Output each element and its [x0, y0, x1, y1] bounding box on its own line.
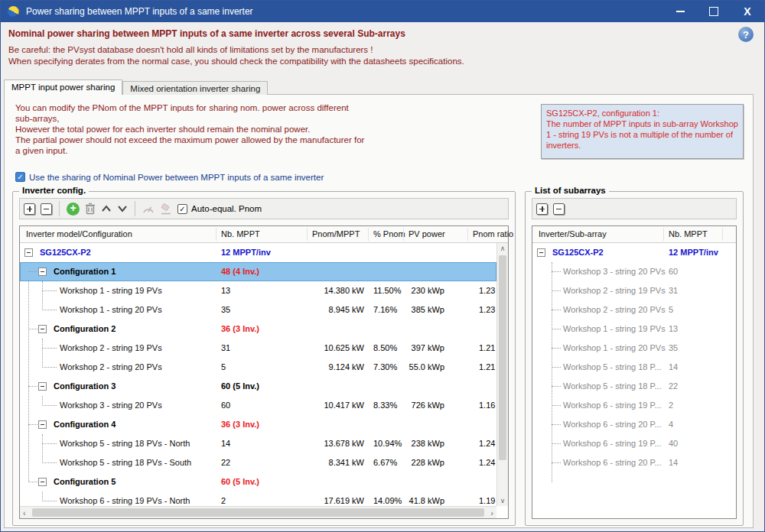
collapse-all-button[interactable] — [553, 203, 565, 215]
titlebar: Power sharing between MPPT inputs of a s… — [1, 1, 764, 22]
subarrays-tree: SG125CX-P2 12 MPPT/inv Workshop 3 - stri… — [532, 243, 736, 518]
subarray-list-item[interactable]: Workshop 3 - string 20 PVs 60 — [532, 262, 736, 281]
maximize-button[interactable] — [697, 1, 731, 22]
delete-button[interactable] — [85, 203, 96, 215]
scroll-down-icon[interactable]: ∨ — [497, 497, 508, 504]
use-sharing-label: Use the sharing of Nominal Power between… — [29, 173, 324, 182]
inverter-config-group: Inverter config. + ✓ Auto-equal. Pnom — [12, 191, 516, 526]
tree-row-configuration-1[interactable]: Configuration 1 48 (4 Inv.) — [20, 262, 496, 281]
expand-all-button[interactable] — [536, 203, 548, 215]
subarray-list-item[interactable]: Workshop 6 - string 20 P... 14 — [532, 453, 736, 472]
scroll-left-icon[interactable]: ‹ — [23, 508, 26, 517]
horizontal-scrollbar[interactable]: ‹ › — [20, 506, 496, 518]
eraser-button[interactable] — [160, 203, 172, 215]
collapse-icon[interactable] — [38, 478, 47, 486]
tab-page: You can modify the PNom of the MPPT inpu… — [4, 94, 754, 528]
subarray-list-item[interactable]: Workshop 2 - string 20 PVs 5 — [532, 300, 736, 320]
tree-row-subarray[interactable]: Workshop 2 - string 20 PVs 5 9.124 kW 7.… — [20, 358, 496, 377]
inverter-config-toolbar: + ✓ Auto-equal. Pnom — [19, 198, 509, 219]
minimize-button[interactable] — [663, 1, 697, 22]
subarrays-table-header: Inverter/Sub-array Nb. MPPT — [532, 226, 736, 243]
power-sharing-dialog: Power sharing between MPPT inputs of a s… — [0, 0, 765, 532]
subarray-list-item[interactable]: Workshop 5 - string 18 P... 22 — [532, 377, 736, 396]
vertical-scrollbar[interactable]: ∧ ∨ — [496, 243, 508, 506]
col-inverter-model: Inverter model/Configuration — [26, 229, 132, 238]
col-pnom-mppt: Pnom/MPPT — [312, 229, 360, 238]
subarray-list-item[interactable]: Workshop 6 - string 19 P... 2 — [532, 396, 736, 415]
warning-line-1: Be careful: the PVsyst database doesn't … — [8, 44, 697, 56]
window-title: Power sharing between MPPT inputs of a s… — [26, 6, 253, 17]
inverter-config-table-header: Inverter model/Configuration Nb. MPPT Pn… — [20, 226, 508, 243]
tree-row-subarray[interactable]: Workshop 2 - string 19 PVs 31 10.625 kW … — [20, 339, 496, 358]
tree-row-subarray[interactable]: Workshop 6 - string 19 PVs - North 2 17.… — [20, 491, 496, 506]
subarray-list-item[interactable]: Workshop 2 - string 19 PVs 31 — [532, 281, 736, 300]
gauge-button[interactable] — [142, 203, 155, 214]
tree-row-subarray[interactable]: Workshop 1 - string 19 PVs 13 14.380 kW … — [20, 281, 496, 300]
col-nb-mppt: Nb. MPPT — [669, 229, 708, 238]
subarray-list-item[interactable]: Workshop 6 - string 20 P... 4 — [532, 415, 736, 434]
tree-row-configuration-3[interactable]: Configuration 3 60 (5 Inv.) — [20, 377, 496, 396]
col-inverter-subarray: Inverter/Sub-array — [539, 229, 607, 238]
page-title: Nominal power sharing between MPPT input… — [8, 28, 697, 39]
instructions-text: You can modify the PNom of the MPPT inpu… — [15, 102, 366, 156]
tree-row-configuration-4[interactable]: Configuration 4 36 (3 Inv.) — [20, 415, 496, 434]
warning-message-box: SG125CX-P2, configuration 1: The number … — [541, 104, 744, 159]
collapse-icon[interactable] — [38, 268, 47, 276]
subarrays-group: List of subarrays Inverter/Sub-array Nb.… — [525, 191, 744, 526]
pvsyst-logo-icon — [8, 6, 19, 18]
subarray-list-item[interactable]: Workshop 6 - string 19 P... 40 — [532, 434, 736, 453]
col-pv-power: PV power — [409, 229, 445, 238]
expand-all-button[interactable] — [24, 203, 35, 215]
inverter-config-tree: SG125CX-P2 12 MPPT/inv Configuration 1 4… — [20, 243, 496, 506]
inverter-config-table: Inverter model/Configuration Nb. MPPT Pn… — [19, 225, 509, 519]
scrollbar-thumb[interactable] — [499, 255, 506, 460]
col-nb-mppt: Nb. MPPT — [221, 229, 260, 238]
tree-row-subarray[interactable]: Workshop 3 - string 20 PVs 60 10.417 kW … — [20, 396, 496, 415]
scroll-right-icon[interactable]: › — [490, 508, 493, 517]
tab-mppt-input-power-sharing[interactable]: MPPT input power sharing — [4, 79, 122, 95]
instruction-line-2: However the total power for each inverte… — [15, 124, 366, 135]
instruction-line-3: The partial power should not exceed the … — [15, 135, 366, 156]
collapse-icon[interactable] — [537, 248, 545, 257]
help-button[interactable]: ? — [738, 27, 754, 42]
subarrays-group-label: List of subarrays — [532, 186, 609, 195]
subarray-list-item[interactable]: Workshop 1 - string 20 PVs 35 — [532, 339, 736, 358]
tree-row-subarray[interactable]: Workshop 1 - string 20 PVs 35 8.945 kW 7… — [20, 300, 496, 320]
scroll-up-icon[interactable]: ∧ — [497, 245, 508, 252]
subarray-list-item[interactable]: Workshop 1 - string 19 PVs 13 — [532, 320, 736, 339]
tree-row-inverter-model[interactable]: SG125CX-P2 12 MPPT/inv — [20, 243, 496, 262]
use-sharing-checkbox[interactable]: ✓ — [15, 172, 25, 182]
move-down-button[interactable] — [117, 205, 128, 212]
auto-equal-label: Auto-equal. Pnom — [191, 204, 262, 213]
warning-line-2: When specifying derates from the normal … — [8, 56, 697, 67]
collapse-all-button[interactable] — [41, 203, 52, 215]
tree-row-inverter-model[interactable]: SG125CX-P2 12 MPPT/inv — [532, 243, 736, 262]
move-up-button[interactable] — [101, 205, 112, 212]
tree-row-subarray[interactable]: Workshop 5 - string 18 PVs - North 14 13… — [20, 434, 496, 453]
auto-equal-checkbox[interactable]: ✓ — [177, 204, 187, 214]
subarrays-table: Inverter/Sub-array Nb. MPPT SG125CX-P2 1… — [532, 225, 737, 519]
col-pct-pnom: % Pnom — [373, 229, 405, 238]
add-button[interactable]: + — [67, 203, 80, 216]
subarrays-toolbar — [532, 198, 737, 219]
tree-row-subarray[interactable]: Workshop 5 - string 18 PVs - South 22 8.… — [20, 453, 496, 472]
scrollbar-thumb[interactable] — [32, 508, 484, 517]
collapse-icon[interactable] — [38, 325, 47, 333]
instruction-line-1: You can modify the PNom of the MPPT inpu… — [15, 102, 366, 124]
tree-row-configuration-5[interactable]: Configuration 5 60 (5 Inv.) — [20, 472, 496, 491]
collapse-icon[interactable] — [38, 382, 47, 391]
inverter-config-group-label: Inverter config. — [19, 186, 89, 195]
collapse-icon[interactable] — [38, 420, 47, 429]
tree-row-configuration-2[interactable]: Configuration 2 36 (3 Inv.) — [20, 320, 496, 339]
tab-mixed-orientation-inverter-sharing[interactable]: Mixed orientation inverter sharing — [122, 81, 268, 95]
collapse-icon[interactable] — [24, 248, 33, 257]
col-pnom-ratio: Pnom ratio — [473, 229, 513, 238]
close-button[interactable]: X — [731, 1, 764, 22]
subarray-list-item[interactable]: Workshop 5 - string 18 P... 14 — [532, 358, 736, 377]
